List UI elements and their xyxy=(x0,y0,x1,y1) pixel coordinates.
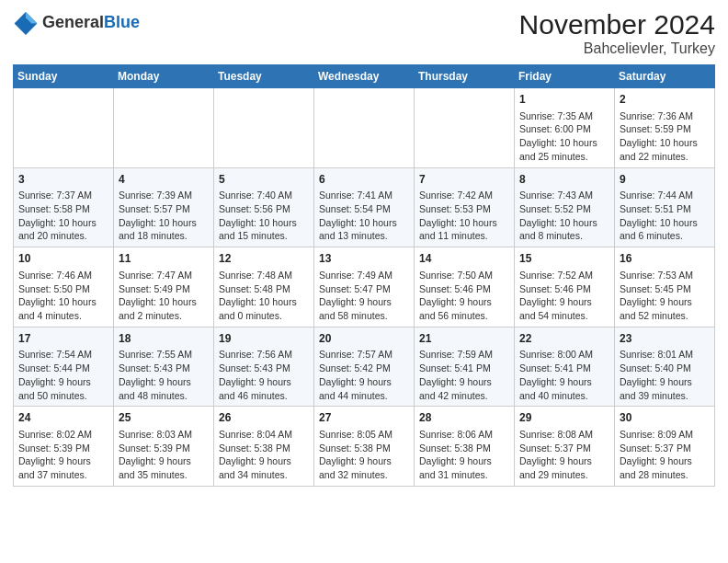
calendar-cell xyxy=(214,88,314,168)
day-info: Sunrise: 8:02 AMSunset: 5:39 PMDaylight:… xyxy=(18,429,92,480)
day-number: 9 xyxy=(620,172,710,188)
weekday-header: Wednesday xyxy=(314,65,415,88)
calendar-cell: 20Sunrise: 7:57 AMSunset: 5:42 PMDayligh… xyxy=(314,327,415,407)
day-number: 24 xyxy=(18,410,108,426)
day-info: Sunrise: 7:39 AMSunset: 5:57 PMDaylight:… xyxy=(119,190,197,241)
day-number: 29 xyxy=(519,410,609,426)
calendar-cell: 9Sunrise: 7:44 AMSunset: 5:51 PMDaylight… xyxy=(615,167,715,247)
day-info: Sunrise: 7:47 AMSunset: 5:49 PMDaylight:… xyxy=(119,270,197,321)
weekday-header: Saturday xyxy=(615,65,715,88)
day-number: 13 xyxy=(319,251,409,267)
calendar-cell xyxy=(114,88,214,168)
day-info: Sunrise: 8:03 AMSunset: 5:39 PMDaylight:… xyxy=(119,429,192,480)
calendar-cell: 17Sunrise: 7:54 AMSunset: 5:44 PMDayligh… xyxy=(14,327,114,407)
day-info: Sunrise: 7:59 AMSunset: 5:41 PMDaylight:… xyxy=(419,349,493,400)
day-number: 5 xyxy=(219,172,309,188)
header: GeneralBlue November 2024 Bahcelievler, … xyxy=(13,9,715,57)
day-info: Sunrise: 7:44 AMSunset: 5:51 PMDaylight:… xyxy=(620,190,698,241)
calendar-cell: 14Sunrise: 7:50 AMSunset: 5:46 PMDayligh… xyxy=(415,247,515,327)
day-number: 16 xyxy=(620,251,710,267)
day-info: Sunrise: 7:49 AMSunset: 5:47 PMDaylight:… xyxy=(319,270,392,321)
calendar-cell: 21Sunrise: 7:59 AMSunset: 5:41 PMDayligh… xyxy=(415,327,515,407)
day-info: Sunrise: 7:57 AMSunset: 5:42 PMDaylight:… xyxy=(319,349,392,400)
day-number: 25 xyxy=(119,410,209,426)
calendar-cell xyxy=(314,88,415,168)
day-info: Sunrise: 7:43 AMSunset: 5:52 PMDaylight:… xyxy=(519,190,597,241)
day-number: 2 xyxy=(620,92,710,108)
calendar-cell: 3Sunrise: 7:37 AMSunset: 5:58 PMDaylight… xyxy=(14,167,114,247)
day-number: 14 xyxy=(419,251,509,267)
weekday-header-row: SundayMondayTuesdayWednesdayThursdayFrid… xyxy=(14,65,715,88)
day-info: Sunrise: 7:46 AMSunset: 5:50 PMDaylight:… xyxy=(18,270,97,321)
day-number: 10 xyxy=(18,251,108,267)
calendar-cell xyxy=(14,88,114,168)
calendar-cell: 13Sunrise: 7:49 AMSunset: 5:47 PMDayligh… xyxy=(314,247,415,327)
calendar-cell: 19Sunrise: 7:56 AMSunset: 5:43 PMDayligh… xyxy=(214,327,314,407)
page: GeneralBlue November 2024 Bahcelievler, … xyxy=(0,0,728,500)
logo: GeneralBlue xyxy=(13,9,140,35)
calendar-cell: 12Sunrise: 7:48 AMSunset: 5:48 PMDayligh… xyxy=(214,247,314,327)
day-number: 28 xyxy=(419,410,509,426)
calendar-week-row: 10Sunrise: 7:46 AMSunset: 5:50 PMDayligh… xyxy=(14,247,715,327)
calendar-table: SundayMondayTuesdayWednesdayThursdayFrid… xyxy=(13,64,715,487)
calendar-cell: 28Sunrise: 8:06 AMSunset: 5:38 PMDayligh… xyxy=(415,407,515,487)
day-number: 22 xyxy=(519,331,609,347)
calendar-cell: 2Sunrise: 7:36 AMSunset: 5:59 PMDaylight… xyxy=(615,88,715,168)
calendar-cell: 1Sunrise: 7:35 AMSunset: 6:00 PMDaylight… xyxy=(515,88,615,168)
day-info: Sunrise: 7:41 AMSunset: 5:54 PMDaylight:… xyxy=(319,190,397,241)
calendar-cell: 27Sunrise: 8:05 AMSunset: 5:38 PMDayligh… xyxy=(314,407,415,487)
title-block: November 2024 Bahcelievler, Turkey xyxy=(519,9,715,57)
day-info: Sunrise: 7:55 AMSunset: 5:43 PMDaylight:… xyxy=(119,349,192,400)
calendar-cell: 4Sunrise: 7:39 AMSunset: 5:57 PMDaylight… xyxy=(114,167,214,247)
calendar-week-row: 3Sunrise: 7:37 AMSunset: 5:58 PMDaylight… xyxy=(14,167,715,247)
calendar-cell: 23Sunrise: 8:01 AMSunset: 5:40 PMDayligh… xyxy=(615,327,715,407)
day-info: Sunrise: 8:06 AMSunset: 5:38 PMDaylight:… xyxy=(419,429,493,480)
calendar-cell: 22Sunrise: 8:00 AMSunset: 5:41 PMDayligh… xyxy=(515,327,615,407)
day-info: Sunrise: 7:48 AMSunset: 5:48 PMDaylight:… xyxy=(219,270,297,321)
day-number: 21 xyxy=(419,331,509,347)
calendar-cell: 29Sunrise: 8:08 AMSunset: 5:37 PMDayligh… xyxy=(515,407,615,487)
day-info: Sunrise: 7:53 AMSunset: 5:45 PMDaylight:… xyxy=(620,270,693,321)
day-info: Sunrise: 7:40 AMSunset: 5:56 PMDaylight:… xyxy=(219,190,297,241)
day-number: 26 xyxy=(219,410,309,426)
day-info: Sunrise: 8:00 AMSunset: 5:41 PMDaylight:… xyxy=(519,349,593,400)
day-number: 3 xyxy=(18,172,108,188)
day-info: Sunrise: 8:04 AMSunset: 5:38 PMDaylight:… xyxy=(219,429,292,480)
day-number: 27 xyxy=(319,410,409,426)
calendar-cell: 6Sunrise: 7:41 AMSunset: 5:54 PMDaylight… xyxy=(314,167,415,247)
calendar-cell: 26Sunrise: 8:04 AMSunset: 5:38 PMDayligh… xyxy=(214,407,314,487)
weekday-header: Sunday xyxy=(14,65,114,88)
calendar-subtitle: Bahcelievler, Turkey xyxy=(519,40,715,57)
calendar-cell: 24Sunrise: 8:02 AMSunset: 5:39 PMDayligh… xyxy=(14,407,114,487)
day-info: Sunrise: 7:36 AMSunset: 5:59 PMDaylight:… xyxy=(620,110,698,162)
day-number: 6 xyxy=(319,172,409,188)
day-info: Sunrise: 7:52 AMSunset: 5:46 PMDaylight:… xyxy=(519,270,593,321)
calendar-cell: 11Sunrise: 7:47 AMSunset: 5:49 PMDayligh… xyxy=(114,247,214,327)
day-number: 1 xyxy=(519,92,609,108)
calendar-week-row: 24Sunrise: 8:02 AMSunset: 5:39 PMDayligh… xyxy=(14,407,715,487)
weekday-header: Friday xyxy=(515,65,615,88)
day-number: 19 xyxy=(219,331,309,347)
logo-blue-text: Blue xyxy=(104,13,140,31)
day-number: 8 xyxy=(519,172,609,188)
day-number: 23 xyxy=(620,331,710,347)
day-number: 18 xyxy=(119,331,209,347)
day-number: 15 xyxy=(519,251,609,267)
day-info: Sunrise: 8:01 AMSunset: 5:40 PMDaylight:… xyxy=(620,349,693,400)
day-info: Sunrise: 8:05 AMSunset: 5:38 PMDaylight:… xyxy=(319,429,392,480)
day-number: 30 xyxy=(620,410,710,426)
calendar-cell: 15Sunrise: 7:52 AMSunset: 5:46 PMDayligh… xyxy=(515,247,615,327)
day-info: Sunrise: 7:56 AMSunset: 5:43 PMDaylight:… xyxy=(219,349,292,400)
calendar-cell: 10Sunrise: 7:46 AMSunset: 5:50 PMDayligh… xyxy=(14,247,114,327)
weekday-header: Monday xyxy=(114,65,214,88)
day-info: Sunrise: 7:35 AMSunset: 6:00 PMDaylight:… xyxy=(519,110,597,162)
weekday-header: Thursday xyxy=(415,65,515,88)
day-number: 17 xyxy=(18,331,108,347)
calendar-cell: 8Sunrise: 7:43 AMSunset: 5:52 PMDaylight… xyxy=(515,167,615,247)
calendar-cell: 7Sunrise: 7:42 AMSunset: 5:53 PMDaylight… xyxy=(415,167,515,247)
day-info: Sunrise: 8:09 AMSunset: 5:37 PMDaylight:… xyxy=(620,429,693,480)
day-number: 20 xyxy=(319,331,409,347)
day-info: Sunrise: 7:54 AMSunset: 5:44 PMDaylight:… xyxy=(18,349,92,400)
calendar-week-row: 1Sunrise: 7:35 AMSunset: 6:00 PMDaylight… xyxy=(14,88,715,168)
calendar-cell: 18Sunrise: 7:55 AMSunset: 5:43 PMDayligh… xyxy=(114,327,214,407)
